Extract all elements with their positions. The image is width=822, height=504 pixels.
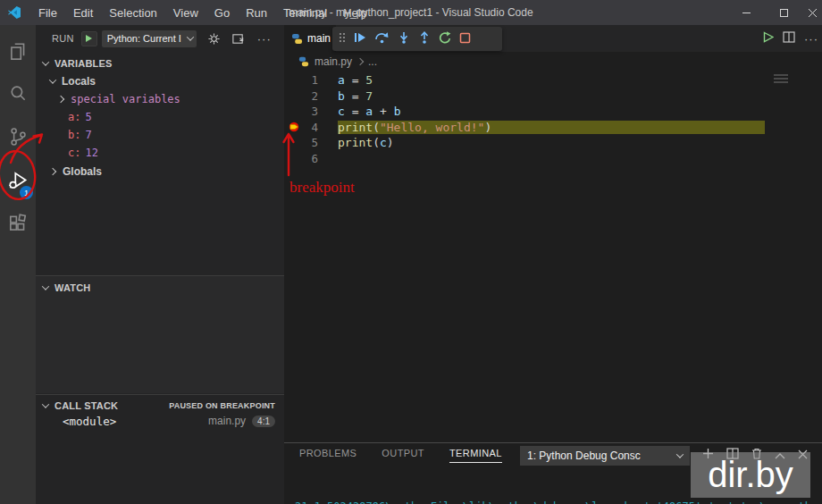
code-line-2[interactable]: 2 b = 7 <box>284 88 822 105</box>
step-into-icon[interactable] <box>398 31 410 47</box>
debug-badge: 1 <box>20 186 33 199</box>
debug-config-dropdown[interactable]: Python: Current I <box>102 30 197 47</box>
chevron-right-icon <box>57 96 64 103</box>
chevron-down-icon <box>42 282 49 290</box>
menu-terminal[interactable]: Terminal <box>275 6 335 20</box>
tab-label: main <box>307 32 331 45</box>
tab-output[interactable]: OUTPUT <box>382 448 424 463</box>
minimize-icon[interactable] <box>727 0 765 25</box>
variable-value: 12 <box>85 147 97 159</box>
extensions-icon[interactable] <box>0 204 36 243</box>
line-number: 6 <box>304 152 318 165</box>
breadcrumb-more[interactable]: ... <box>368 55 377 68</box>
variable-row[interactable]: c: 12 <box>68 145 98 161</box>
code-line-5[interactable]: 5 print(c) <box>284 135 822 151</box>
title-bar: File Edit Selection View Go Run Terminal… <box>0 0 822 25</box>
run-panel-header: RUN Python: Current I ··· <box>36 25 284 52</box>
stop-icon[interactable] <box>459 31 471 47</box>
line-number: 5 <box>304 136 318 149</box>
source-control-icon[interactable] <box>0 117 36 156</box>
code-region[interactable]: 1 a = 5 2 b = 7 3 c = a + b 4 print("Hel… <box>284 72 822 166</box>
editor-more-actions-icon[interactable]: ··· <box>804 32 818 46</box>
step-out-icon[interactable] <box>418 31 431 47</box>
special-variables-label: special variables <box>71 93 180 105</box>
code-line-6[interactable]: 6 <box>284 151 822 167</box>
breakpoint-hit-icon[interactable] <box>284 121 304 133</box>
globals-label: Globals <box>63 165 102 178</box>
tab-main-py[interactable]: main <box>284 25 336 52</box>
menu-selection[interactable]: Selection <box>101 6 164 20</box>
run-panel-title: RUN <box>52 33 74 44</box>
watermark: dir.by <box>691 452 810 498</box>
chevron-down-icon <box>42 400 49 407</box>
call-stack-section-header[interactable]: CALL STACK <box>43 398 118 414</box>
code-line-1[interactable]: 1 a = 5 <box>284 72 822 88</box>
close-icon[interactable] <box>802 0 822 25</box>
variables-section-header[interactable]: VARIABLES <box>43 55 113 71</box>
debug-console-icon[interactable] <box>231 32 245 46</box>
tab-terminal[interactable]: TERMINAL <box>449 448 502 463</box>
drag-handle-icon[interactable] <box>339 31 346 47</box>
breadcrumb-file[interactable]: main.py <box>315 55 352 68</box>
run-and-debug-icon[interactable]: 1 <box>0 161 36 200</box>
stack-frame-row[interactable]: <module> main.py 4:1 <box>63 413 275 429</box>
watch-title: WATCH <box>55 282 91 293</box>
locals-label: Locals <box>62 75 96 88</box>
menu-edit[interactable]: Edit <box>65 6 101 20</box>
variable-name: a: <box>68 111 80 123</box>
paused-status: PAUSED ON BREAKPOINT <box>169 398 275 414</box>
line-number: 2 <box>304 89 318 103</box>
breadcrumb[interactable]: main.py ... <box>284 52 822 71</box>
tab-problems[interactable]: PROBLEMS <box>299 448 356 463</box>
explorer-icon[interactable] <box>0 32 36 71</box>
globals-node[interactable]: Globals <box>50 164 102 180</box>
vscode-logo-icon <box>7 5 21 20</box>
watch-section-header[interactable]: WATCH <box>43 280 91 296</box>
variable-name: c: <box>68 147 80 159</box>
watermark-text: dir.by <box>708 452 793 498</box>
vscode-window: File Edit Selection View Go Run Terminal… <box>0 0 822 504</box>
python-icon <box>291 33 303 45</box>
variable-row[interactable]: b: 7 <box>68 127 92 143</box>
gear-icon[interactable] <box>207 32 221 46</box>
variables-title: VARIABLES <box>55 58 113 69</box>
search-icon[interactable] <box>0 74 36 113</box>
menu-help[interactable]: Help <box>335 6 375 20</box>
debug-config-label: Python: Current I <box>107 33 181 44</box>
split-editor-icon[interactable] <box>783 30 795 46</box>
restart-icon[interactable] <box>439 31 451 47</box>
menu-go[interactable]: Go <box>206 6 238 20</box>
variable-name: b: <box>68 129 80 141</box>
terminal-line: 21.1.502429796\pythonFiles\lib\python\de… <box>295 500 822 504</box>
activity-bar: 1 <box>0 25 36 504</box>
terminal-selector-label: 1: Python Debug Consc <box>527 449 641 462</box>
editor-area: main ··· main.py ... <box>284 25 822 442</box>
start-debug-button[interactable] <box>81 31 97 46</box>
run-python-file-icon[interactable] <box>763 30 774 46</box>
special-variables-node[interactable]: special variables <box>58 91 180 107</box>
chevron-down-icon <box>676 450 684 458</box>
chevron-right-icon <box>49 168 56 175</box>
line-number: 1 <box>304 73 318 87</box>
debug-sidebar: RUN Python: Current I ··· VARIABLES Loca… <box>36 25 284 504</box>
chevron-down-icon <box>42 58 49 65</box>
more-actions-icon[interactable]: ··· <box>257 32 272 46</box>
terminal-selector-dropdown[interactable]: 1: Python Debug Consc <box>520 446 690 466</box>
frame-position-badge: 4:1 <box>252 416 275 427</box>
continue-icon[interactable] <box>354 31 366 47</box>
menu-file[interactable]: File <box>30 6 65 20</box>
maximize-icon[interactable] <box>765 0 802 25</box>
frame-file: main.py <box>208 415 246 427</box>
locals-node[interactable]: Locals <box>50 73 96 89</box>
code-line-4-current[interactable]: 4 print("Hello, world!") <box>284 120 822 136</box>
menu-view[interactable]: View <box>165 6 206 20</box>
step-over-icon[interactable] <box>374 31 390 47</box>
frame-name: <module> <box>63 415 116 428</box>
menu-run[interactable]: Run <box>238 6 275 20</box>
variable-row[interactable]: a: 5 <box>68 109 92 125</box>
chevron-right-icon <box>356 58 364 65</box>
call-stack-title: CALL STACK <box>55 400 118 411</box>
debug-toolbar <box>332 27 502 51</box>
line-number: 3 <box>304 105 318 118</box>
code-line-3[interactable]: 3 c = a + b <box>284 104 822 120</box>
